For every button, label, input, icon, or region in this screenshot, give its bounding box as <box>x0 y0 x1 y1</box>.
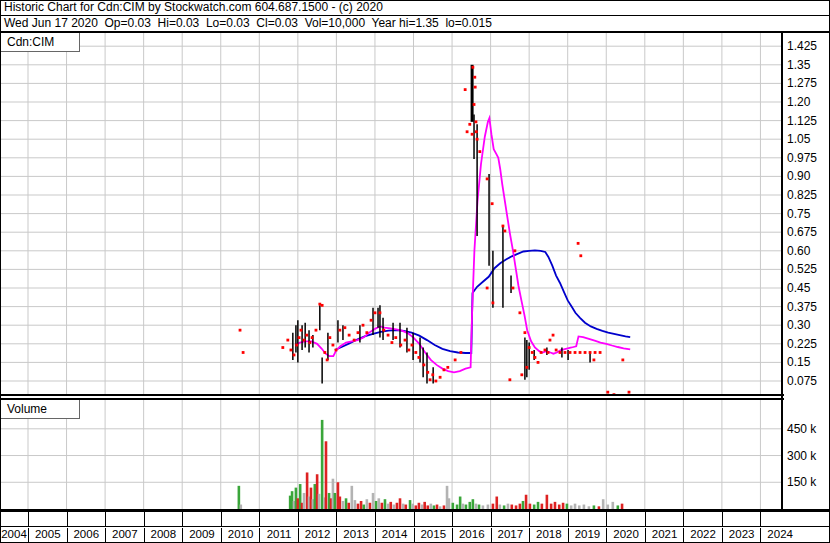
volume-bar <box>546 495 549 509</box>
trade-dot <box>574 351 577 354</box>
price-tick-label: 0.225 <box>787 337 817 351</box>
trade-dot <box>370 319 373 322</box>
panel-separator-top <box>0 394 784 396</box>
trade-dot <box>303 339 306 342</box>
trade-dot <box>579 254 582 257</box>
volume-bar <box>339 497 342 509</box>
trade-dot <box>584 351 587 354</box>
year-label-2005: 2005 <box>28 528 67 542</box>
trade-dot <box>540 351 543 354</box>
trade-dot <box>544 349 547 352</box>
trade-dot <box>520 373 523 376</box>
trade-dot <box>335 349 338 352</box>
year-tick <box>336 512 337 526</box>
trade-dot <box>338 329 341 332</box>
volume-bar <box>409 500 412 509</box>
volume-bar <box>366 499 369 509</box>
year-label-2024: 2024 <box>760 528 799 542</box>
trade-dot <box>579 351 582 354</box>
volume-bar <box>459 497 462 509</box>
trade-dot <box>394 336 397 339</box>
plot-right-border <box>781 33 783 512</box>
trade-dot <box>559 351 562 354</box>
trade-dot <box>475 120 478 123</box>
trade-dot <box>431 373 434 376</box>
ma-fast-line <box>295 118 630 372</box>
trade-dot <box>429 378 432 381</box>
trade-dot <box>518 311 521 314</box>
symbol-label: Cdn:CIM <box>0 33 80 52</box>
quote-summary-line: Wed Jun 17 2020 Op=0.03 Hi=0.03 Lo=0.03 … <box>0 16 830 31</box>
trade-dot <box>323 351 326 354</box>
price-tick-label: 1.275 <box>787 76 817 90</box>
volume-panel <box>0 400 782 509</box>
trade-dot <box>295 344 298 347</box>
trade-dot <box>407 349 410 352</box>
trade-dot <box>293 354 296 357</box>
trade-dot <box>471 66 474 69</box>
volume-bar <box>448 498 451 509</box>
trade-dot <box>537 361 540 364</box>
price-tick-label: 0.30 <box>787 318 810 332</box>
trade-dot <box>321 304 324 307</box>
trade-dot <box>439 376 442 379</box>
year-tick <box>375 512 376 526</box>
trade-dot <box>281 346 284 349</box>
trade-dot <box>486 177 489 180</box>
volume-bar <box>334 493 337 509</box>
year-tick-row <box>0 512 830 527</box>
trade-dot <box>503 230 506 233</box>
trade-dot <box>476 138 479 141</box>
year-tick <box>414 512 415 526</box>
year-label-2006: 2006 <box>67 528 106 542</box>
volume-bar <box>345 498 348 509</box>
volume-bar <box>354 500 357 509</box>
year-label-2008: 2008 <box>144 528 183 542</box>
price-tick-label: 1.425 <box>787 39 817 53</box>
year-label-2022: 2022 <box>683 528 722 542</box>
price-tick-label: 0.75 <box>787 207 810 221</box>
trade-dot <box>423 363 426 366</box>
trade-dot <box>328 336 331 339</box>
year-tick <box>683 512 684 526</box>
year-label-2012: 2012 <box>298 528 337 542</box>
price-tick-label: 0.90 <box>787 169 810 183</box>
trade-dot <box>290 349 293 352</box>
trade-dot <box>315 329 318 332</box>
year-tick <box>491 512 492 526</box>
volume-bar <box>602 499 605 509</box>
trade-dot <box>577 242 580 245</box>
trade-dot <box>343 326 346 329</box>
trade-dot <box>300 329 303 332</box>
year-label-2015: 2015 <box>414 528 453 542</box>
trade-dot <box>502 225 505 228</box>
trade-dot <box>353 339 356 342</box>
year-tick <box>105 512 106 526</box>
trade-dot <box>473 103 476 106</box>
trade-dot <box>534 356 537 359</box>
volume-panel-label: Volume <box>0 400 80 419</box>
trade-dot <box>414 351 417 354</box>
year-label-2020: 2020 <box>606 528 645 542</box>
volume-bar <box>525 495 528 509</box>
trade-dot <box>525 366 528 369</box>
volume-bar <box>303 493 306 509</box>
year-tick <box>529 512 530 526</box>
year-tick <box>568 512 569 526</box>
trade-dot <box>531 351 534 354</box>
price-tick-label: 1.35 <box>787 58 810 72</box>
trade-dot <box>411 344 414 347</box>
price-tick-label: 0.375 <box>787 300 817 314</box>
volume-bar <box>537 502 540 509</box>
trade-dot <box>471 133 474 136</box>
year-label-2016: 2016 <box>452 528 491 542</box>
trade-dot <box>434 380 437 383</box>
price-tick-label: 1.125 <box>787 114 817 128</box>
year-tick <box>182 512 183 526</box>
price-tick-label: 0.825 <box>787 188 817 202</box>
volume-bar <box>472 499 475 509</box>
year-label-2017: 2017 <box>491 528 530 542</box>
price-tick-label: 0.45 <box>787 281 810 295</box>
volume-bar <box>522 501 525 509</box>
trade-dot <box>365 331 368 334</box>
